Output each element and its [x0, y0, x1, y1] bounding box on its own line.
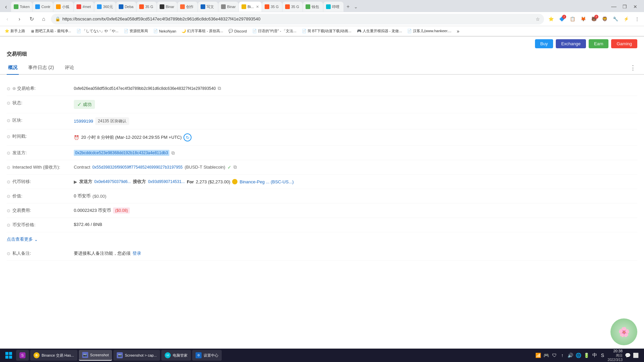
- interacted-help-icon[interactable]: ⊙: [7, 165, 10, 170]
- tx-time-label: ⊙ 时间戳:: [7, 133, 74, 139]
- back-button[interactable]: ‹: [3, 14, 12, 24]
- tab-11[interactable]: Binar: [218, 2, 238, 12]
- tab-9[interactable]: 创作: [177, 2, 198, 12]
- extension-icon-4[interactable]: 🦊: [579, 15, 588, 23]
- tab-close-12[interactable]: ✕: [256, 5, 259, 9]
- status-help-icon[interactable]: ⊙: [7, 101, 10, 106]
- from-address-copy-icon[interactable]: ⧉: [171, 150, 175, 156]
- tab-overview[interactable]: 概况: [7, 61, 19, 75]
- tab-label-6: Deba: [125, 5, 133, 9]
- tx-status-value: ✓ 成功: [74, 100, 637, 109]
- hash-help-icon[interactable]: ⊙: [7, 86, 10, 91]
- refresh-button[interactable]: ↻: [27, 14, 36, 24]
- maximize-button[interactable]: ❒: [620, 2, 629, 11]
- price-help-icon[interactable]: ⊙: [7, 223, 10, 228]
- private-note-help-icon[interactable]: ⊙: [7, 251, 10, 256]
- tx-fee-label: ⊙ 交易费用:: [7, 207, 74, 214]
- extension-icon-3[interactable]: 📋: [568, 15, 577, 23]
- time-help-icon[interactable]: ⊙: [7, 134, 10, 139]
- extension-badge: 2: [562, 15, 566, 19]
- tab-add-button[interactable]: +: [344, 4, 352, 10]
- bookmark-subtitle[interactable]: 🌙 幻月字幕组 - 原创高...: [179, 28, 225, 34]
- tab-label-4: #met: [83, 5, 91, 9]
- forward-button[interactable]: ›: [15, 14, 24, 24]
- block-help-icon[interactable]: ⊙: [7, 118, 10, 123]
- gaming-button[interactable]: Gaming: [611, 39, 637, 48]
- extension-icon-1[interactable]: ⭐: [547, 15, 555, 23]
- tab-16[interactable]: 哔哩: [323, 2, 343, 12]
- tab-3[interactable]: 小狐: [53, 2, 73, 12]
- tab-back-nav[interactable]: ‹: [1, 2, 11, 11]
- tab-14[interactable]: 35 G: [282, 2, 303, 12]
- tab-icon-12: [241, 4, 246, 9]
- bookmark-icon-4: 📄: [124, 29, 128, 33]
- block-number-link[interactable]: 15999199: [74, 119, 93, 124]
- tab-4[interactable]: #met: [74, 2, 94, 12]
- fee-help-icon[interactable]: ⊙: [7, 208, 10, 213]
- refresh-time-icon[interactable]: ↻: [183, 133, 192, 141]
- tab-label-7: 35 G: [145, 5, 154, 9]
- tab-7[interactable]: 35 G: [137, 2, 157, 12]
- contract-copy-icon[interactable]: ⧉: [233, 164, 237, 170]
- contract-address[interactable]: 0x55d398326f99059ff775485246999027b31979…: [92, 165, 182, 170]
- tab-13[interactable]: 35 G: [262, 2, 282, 12]
- token-help-icon[interactable]: ⊙: [7, 179, 10, 184]
- tab-2[interactable]: Contr: [33, 2, 53, 12]
- status-check-icon: ✓: [77, 101, 82, 108]
- extension-icon-6[interactable]: 🦁: [600, 15, 609, 23]
- tab-15[interactable]: 钱包: [303, 2, 323, 12]
- extension-icon-8[interactable]: ⚡: [622, 15, 631, 23]
- bookmark-discord[interactable]: 💬 Discord: [226, 28, 249, 34]
- tab-8[interactable]: Binar: [157, 2, 177, 12]
- tab-12-active[interactable]: Bi... ✕: [239, 2, 262, 12]
- bookmark-resources[interactable]: 📄 资源统筹局: [122, 28, 150, 34]
- exchange-button[interactable]: Exchange: [556, 39, 586, 48]
- tab-10[interactable]: 写文: [198, 2, 218, 12]
- tab-more-button[interactable]: ⋮: [629, 63, 637, 73]
- transfer-token-link[interactable]: Binance-Peg ... (BSC-US...): [239, 179, 293, 184]
- menu-button[interactable]: ⋮: [633, 15, 641, 23]
- tab-5[interactable]: 360元: [94, 2, 115, 12]
- tx-hash-row: ⊙ ⊙ 交易哈希: 0xfe626ea058df59cd5147ec4f3d78…: [7, 81, 637, 96]
- bookmark-overflow[interactable]: »: [455, 28, 462, 35]
- tx-value-amount: 0 币安币 ($0.00): [74, 193, 637, 199]
- bookmark-nekonyan[interactable]: 📄 NekoNyan: [151, 28, 178, 34]
- tx-interacted-row: ⊙ Interacted With (接收方): Contract 0x55d3…: [7, 160, 637, 175]
- minimize-button[interactable]: —: [609, 2, 619, 11]
- tx-from-row: ⊙ 发送方: 0x2bcddcdce523e98368dd192b18c4323…: [7, 146, 637, 160]
- earn-button[interactable]: Earn: [589, 39, 608, 48]
- tab-label-1: Token: [20, 5, 30, 9]
- url-bar[interactable]: 🔒 https://bscscan.com/tx/0xfe626ea058df5…: [51, 14, 544, 24]
- bookmark-tools[interactable]: 🖥 图吧工具箱 - 最纯净...: [29, 28, 73, 34]
- tab-event-log[interactable]: 事件日志 (2): [27, 61, 55, 75]
- bookmark-life[interactable]: 🎮 人生重开模拟器 - 龙做...: [355, 28, 404, 34]
- extension-icon-2[interactable]: 🔷 2: [557, 15, 566, 23]
- bookmark-xinshoushanglu[interactable]: ⭐ 新手上路: [3, 28, 27, 34]
- bookmark-bt[interactable]: 📄 简 BT下载|动漫下载|动画...: [300, 28, 354, 34]
- see-more-link[interactable]: 点击查看更多 ⌄: [7, 232, 637, 246]
- bookmark-star-icon[interactable]: ☆: [536, 16, 540, 22]
- bookmark-hanker[interactable]: 📄 汉客儿(www.hankeer....: [405, 28, 453, 34]
- value-help-icon[interactable]: ⊙: [7, 194, 10, 199]
- from-address[interactable]: 0x2bcddcdce523e98368dd192b18c4323a4e811d…: [74, 150, 169, 156]
- transfer-from-address[interactable]: 0x0e649750379d6...: [94, 179, 131, 184]
- bookmark-label-3: 「してない」や「や...: [82, 28, 118, 34]
- bookmark-japanese2[interactable]: 📄 日语的"约音" - 「文法...: [250, 28, 299, 34]
- tab-overflow-button[interactable]: ⌄: [353, 4, 359, 9]
- transfer-to-address[interactable]: 0x93d9590714531...: [148, 179, 184, 184]
- buy-button[interactable]: Buy: [535, 39, 553, 48]
- tab-6[interactable]: Deba: [116, 2, 136, 12]
- extension-icon-7[interactable]: 🔧: [611, 15, 620, 23]
- private-note-login-link[interactable]: 登录: [132, 250, 141, 256]
- extension-icon-5[interactable]: 🐻 5: [590, 15, 598, 23]
- nav-bar: ‹ › ↻ ⌂ 🔒 https://bscscan.com/tx/0xfe626…: [0, 12, 644, 26]
- tab-comments[interactable]: 评论: [63, 61, 75, 75]
- home-button[interactable]: ⌂: [39, 14, 48, 24]
- page-content: Buy Exchange Earn Gaming 交易明细 概况 事件日志 (2…: [0, 37, 644, 336]
- bookmark-japanese[interactable]: 📄 「してない」や「や...: [74, 28, 120, 34]
- close-button[interactable]: ✕: [631, 2, 640, 11]
- tab-1[interactable]: Token: [11, 2, 32, 12]
- tab-icon-13: [265, 4, 269, 9]
- from-help-icon[interactable]: ⊙: [7, 150, 10, 156]
- hash-copy-icon[interactable]: ⧉: [218, 85, 221, 91]
